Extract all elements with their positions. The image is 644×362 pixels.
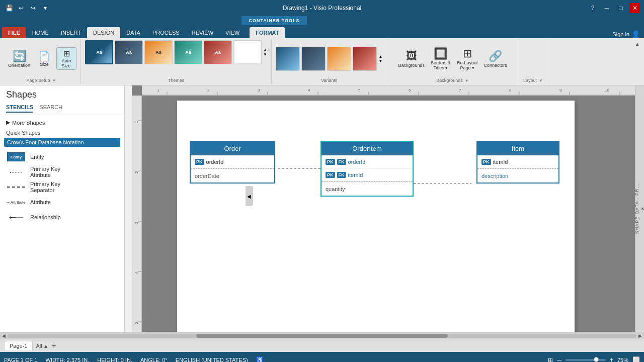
tab-review[interactable]: REVIEW [186, 27, 219, 38]
backgrounds-button[interactable]: 🖼 Backgrounds [396, 49, 427, 69]
orderitem-row-itemid: PK FK itemId [321, 168, 413, 182]
tab-home[interactable]: HOME [26, 27, 55, 38]
layout-expand[interactable]: ▼ [539, 78, 543, 83]
shapes-tab-stencils[interactable]: STENCILS [6, 104, 33, 113]
shape-item-entity[interactable]: Entity Entity [6, 151, 118, 163]
ruler-v-svg: 1 2 3 4 5 6 [132, 96, 142, 332]
canvas-area: 1 2 3 4 5 6 7 8 9 10 11 [132, 85, 635, 332]
shapes-panel: Shapes STENCILS SEARCH ▶ More Shapes Qui… [0, 85, 125, 332]
statusbar-right: ⊞ ─ + 75% ⬜ [548, 356, 640, 362]
orderitem-entity[interactable]: OrderItem PK FK orderId PK FK itemId qua… [320, 141, 414, 197]
page-tab-1[interactable]: Page-1 [4, 341, 33, 350]
tab-insert[interactable]: INSERT [55, 27, 87, 38]
theme-1[interactable]: Aa [85, 40, 113, 64]
maximize-button[interactable]: □ [616, 3, 626, 13]
redo-button[interactable]: ↪ [28, 3, 38, 13]
shapes-content: ▶ More Shapes Quick Shapes Crow's Foot D… [0, 115, 124, 332]
svg-text:1: 1 [134, 121, 139, 123]
size-button[interactable]: 📄 Size [34, 50, 54, 68]
shape-data-panel[interactable]: ✕ SHAPE DATA - PR... [635, 85, 644, 332]
shape-data-close-button[interactable]: ✕ [639, 204, 644, 214]
zoom-out-button[interactable]: ─ [557, 356, 561, 362]
qat-dropdown[interactable]: ▾ [40, 3, 50, 13]
shapes-list: Entity Entity • Primary KeyAttribute [4, 149, 120, 225]
minimize-button[interactable]: ─ [602, 3, 612, 13]
shape-item-attr[interactable]: ─ Attribute Attribute [6, 196, 118, 208]
variant-1[interactable] [276, 47, 300, 71]
height-info: HEIGHT: 0 IN. [97, 357, 132, 362]
svg-text:1: 1 [157, 88, 159, 93]
undo-button[interactable]: ↩ [16, 3, 26, 13]
variant-3[interactable] [327, 47, 351, 71]
pk-sep-icon [6, 181, 26, 193]
theme-3[interactable]: Aa [144, 40, 173, 64]
orderitem-header: OrderItem [321, 142, 413, 155]
sign-in-button[interactable]: Sign in 👤 [612, 30, 640, 38]
theme-empty[interactable] [233, 40, 262, 64]
page-setup-expand[interactable]: ▼ [52, 78, 56, 83]
theme-2[interactable]: Aa [115, 40, 143, 64]
tab-file[interactable]: FILE [2, 27, 26, 38]
language-info: ENGLISH (UNITED STATES) [176, 357, 248, 362]
close-button[interactable]: ✕ [630, 3, 640, 13]
quick-shapes-link[interactable]: Quick Shapes [4, 128, 120, 138]
variant-2[interactable] [301, 47, 326, 71]
item-entity[interactable]: Item PK itemId description [476, 141, 559, 184]
crows-foot-section[interactable]: Crow's Foot Database Notation [4, 138, 120, 147]
orientation-button[interactable]: 🔄 Orientation [6, 49, 32, 69]
scroll-left-button[interactable]: ◀ [2, 333, 6, 338]
more-shapes-link[interactable]: ▶ More Shapes [4, 117, 120, 128]
tab-data[interactable]: DATA [120, 27, 146, 38]
zoom-slider[interactable] [566, 359, 606, 361]
orderitem-orderid-field: orderId [348, 159, 409, 165]
save-button[interactable]: 💾 [4, 3, 14, 13]
orderitem-fk2: FK [337, 172, 346, 178]
ribbon-collapse-button[interactable]: ▲ [635, 41, 640, 47]
connectors-button[interactable]: 🔗 Connectors [481, 49, 509, 69]
auto-size-button[interactable]: ⊞ AutoSize [56, 47, 76, 70]
accessibility-icon: ♿ [256, 356, 264, 362]
backgrounds-label: Backgrounds [436, 78, 463, 83]
re-layout-button[interactable]: ⊞ Re-LayoutPage ▾ [455, 46, 480, 71]
collapse-panel-button[interactable]: ◀ [246, 186, 253, 206]
tab-view[interactable]: VIEW [219, 27, 246, 38]
add-page-button[interactable]: + [52, 341, 56, 350]
shapes-tab-search[interactable]: SEARCH [39, 104, 62, 113]
ruler-h-svg: 1 2 3 4 5 6 7 8 9 10 11 [142, 85, 635, 96]
scroll-right-button[interactable]: ▶ [638, 333, 642, 338]
shape-item-pk-attr[interactable]: • Primary KeyAttribute [6, 166, 118, 178]
shape-item-relationship[interactable]: ⟵── Relationship [6, 211, 118, 223]
tab-design[interactable]: DESIGN [87, 27, 120, 38]
svg-text:9: 9 [559, 88, 562, 93]
item-row-desc: description [477, 169, 558, 183]
theme-5[interactable]: Aa [204, 40, 232, 64]
statusbar: PAGE 1 OF 1 WIDTH: 2.375 IN. HEIGHT: 0 I… [0, 352, 644, 362]
svg-text:8: 8 [509, 88, 512, 93]
shape-item-pk-sep[interactable]: Primary KeySeparator [6, 181, 118, 193]
zoom-in-button[interactable]: + [610, 356, 613, 362]
tab-format[interactable]: FORMAT [250, 27, 285, 38]
themes-label: Themes [168, 78, 185, 83]
help-button[interactable]: ? [588, 3, 598, 13]
all-pages-button[interactable]: All ▲ [36, 343, 48, 349]
borders-titles-button[interactable]: 🔲 Borders &Titles ▾ [429, 46, 453, 71]
scroll-thumb[interactable] [196, 334, 448, 338]
order-date-field: orderDate [195, 173, 270, 179]
pk-attr-icon: • [6, 166, 26, 178]
orderitem-itemid-field: itemId [348, 172, 409, 178]
fit-page-button[interactable]: ⊞ [548, 356, 553, 362]
variant-4[interactable] [353, 47, 377, 71]
backgrounds-expand[interactable]: ▼ [465, 78, 469, 83]
ribbon-group-variants: ▲ ▼ Variants [272, 39, 387, 84]
svg-text:4: 4 [134, 272, 139, 274]
ribbon-group-themes: Aa Aa Aa Aa [81, 39, 272, 84]
horizontal-scrollbar[interactable]: ◀ ▶ [0, 332, 644, 339]
tab-process[interactable]: PROCESS [146, 27, 186, 38]
container-tools-label: CONTAINER TOOLS [242, 16, 307, 25]
attr-icon: ─ Attribute [6, 196, 26, 208]
theme-4[interactable]: Aa [174, 40, 202, 64]
variants-scroll[interactable]: ▲ ▼ [378, 54, 382, 63]
fit-width-button[interactable]: ⬜ [632, 356, 640, 362]
themes-scroll[interactable]: ▲ ▼ [263, 48, 267, 57]
order-entity[interactable]: Order PK orderId orderDate [190, 141, 275, 184]
